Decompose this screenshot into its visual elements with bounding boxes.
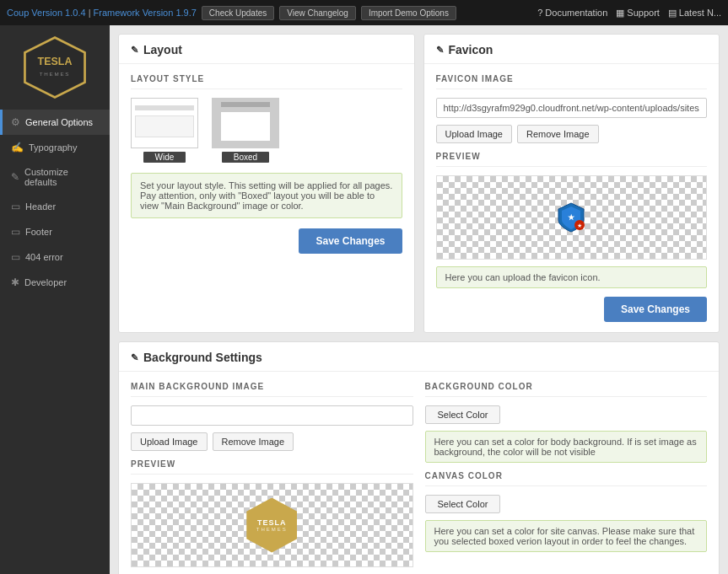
top-panels-row: ✎ Layout LAYOUT STYLE Wide Boxed <box>118 34 720 333</box>
sidebar-item-header[interactable]: ▭ Header <box>0 194 110 219</box>
favicon-btn-group: Upload Image Remove Image <box>436 125 708 143</box>
edit-icon: ✎ <box>131 45 138 56</box>
sidebar-item-label: Typography <box>29 142 77 153</box>
layout-info-box: Set your layout style. This setting will… <box>131 173 402 218</box>
sidebar: TESLA THEMES ⚙ General Options ✍ Typogra… <box>0 25 110 574</box>
sidebar-logo: TESLA THEMES <box>21 34 89 101</box>
bg-right: BACKGROUND COLOR Select Color Here you c… <box>425 382 708 567</box>
main-bg-url-input[interactable] <box>131 405 413 426</box>
bg-select-color-button[interactable]: Select Color <box>425 405 501 424</box>
background-panel-header: ✎ Background Settings <box>119 342 719 372</box>
customize-icon: ✎ <box>11 171 19 183</box>
layout-section-label: LAYOUT STYLE <box>131 74 402 89</box>
layout-thumb-boxed <box>212 98 279 148</box>
main-bg-label: MAIN BACKGROUND IMAGE <box>131 382 413 397</box>
tesla-hex: TESLA THEMES <box>246 498 297 553</box>
tesla-sub: THEMES <box>256 527 288 532</box>
app-layout: TESLA THEMES ⚙ General Options ✍ Typogra… <box>0 25 728 574</box>
favicon-url-input[interactable] <box>436 98 708 118</box>
favicon-preview-box: ★ ★ <box>436 175 708 260</box>
tesla-text: TESLA <box>257 518 287 527</box>
favicon-panel: ✎ Favicon FAVICON IMAGE Upload Image Rem… <box>423 34 720 333</box>
bg-btn-group: Upload Image Remove Image <box>131 432 413 451</box>
typography-icon: ✍ <box>11 142 24 153</box>
brand-text: Coup Version 1.0.4 | Framework Version 1… <box>7 8 197 18</box>
background-panel-title: Background Settings <box>143 351 262 364</box>
top-bar-right: ? Documentation ▦ Support ▤ Latest N... <box>537 8 721 19</box>
check-updates-button[interactable]: Check Updates <box>202 6 274 20</box>
sidebar-item-label: General Options <box>25 117 93 127</box>
sidebar-item-label: Header <box>25 201 56 212</box>
canvas-hint: Here you can set a color for site canvas… <box>425 520 708 552</box>
canvas-select-color-button[interactable]: Select Color <box>425 495 501 513</box>
sidebar-item-general-options[interactable]: ⚙ General Options <box>0 110 110 135</box>
layout-option-wide[interactable]: Wide <box>131 98 198 163</box>
bg-color-label: BACKGROUND COLOR <box>425 382 708 397</box>
sidebar-item-footer[interactable]: ▭ Footer <box>0 219 110 244</box>
background-panel-body: MAIN BACKGROUND IMAGE Upload Image Remov… <box>119 372 719 574</box>
favicon-remove-button[interactable]: Remove Image <box>517 125 599 143</box>
layout-panel-body: LAYOUT STYLE Wide Boxed Set your layout … <box>119 64 414 264</box>
top-bar: Coup Version 1.0.4 | Framework Version 1… <box>0 0 728 25</box>
svg-text:TESLA: TESLA <box>38 56 73 67</box>
canvas-color-label: CANVAS COLOR <box>425 471 708 486</box>
bg-left: MAIN BACKGROUND IMAGE Upload Image Remov… <box>131 382 413 567</box>
developer-icon: ✱ <box>11 276 19 288</box>
favicon-save-button[interactable]: Save Changes <box>604 297 707 322</box>
sidebar-item-label: 404 error <box>25 252 63 262</box>
favicon-hint-box: Here you can upload the favicon icon. <box>436 266 708 288</box>
bg-panels-inner: MAIN BACKGROUND IMAGE Upload Image Remov… <box>131 382 707 567</box>
question-icon: ? <box>537 8 542 18</box>
favicon-icon: ★ ★ <box>555 201 587 233</box>
favicon-edit-icon: ✎ <box>436 45 444 56</box>
layout-option-boxed[interactable]: Boxed <box>212 98 279 163</box>
layout-panel: ✎ Layout LAYOUT STYLE Wide Boxed <box>118 34 415 333</box>
bg-color-hint: Here you can set a color for body backgr… <box>425 431 708 463</box>
bg-remove-button[interactable]: Remove Image <box>213 432 294 451</box>
layout-label-wide: Wide <box>143 152 186 163</box>
favicon-section-label: FAVICON IMAGE <box>436 74 708 89</box>
sidebar-item-label: Customize defaults <box>24 167 101 187</box>
sidebar-item-label: Footer <box>25 227 52 237</box>
sidebar-item-label: Developer <box>24 277 67 287</box>
header-icon: ▭ <box>11 201 20 212</box>
sidebar-item-typography[interactable]: ✍ Typography <box>0 135 110 160</box>
svg-text:THEMES: THEMES <box>40 71 71 77</box>
favicon-panel-header: ✎ Favicon <box>424 35 720 64</box>
footer-icon: ▭ <box>11 226 20 238</box>
svg-text:★: ★ <box>577 223 582 228</box>
layout-label-boxed: Boxed <box>222 152 269 163</box>
tesla-logo-preview: TESLA THEMES <box>246 498 297 553</box>
sidebar-item-developer[interactable]: ✱ Developer <box>0 270 110 295</box>
svg-text:★: ★ <box>568 213 575 222</box>
view-changelog-button[interactable]: View Changelog <box>279 6 356 20</box>
layout-options: Wide Boxed <box>131 98 402 163</box>
favicon-upload-button[interactable]: Upload Image <box>436 125 513 143</box>
support-link[interactable]: ▦ Support <box>616 8 660 19</box>
import-demo-button[interactable]: Import Demo Options <box>361 6 456 20</box>
favicon-preview-label: PREVIEW <box>436 152 708 167</box>
layout-panel-header: ✎ Layout <box>119 35 414 64</box>
layout-thumb-wide <box>131 98 198 148</box>
sidebar-item-404[interactable]: ▭ 404 error <box>0 244 110 270</box>
documentation-link[interactable]: ? Documentation <box>537 8 607 18</box>
layout-panel-title: Layout <box>143 43 182 56</box>
favicon-panel-title: Favicon <box>449 43 493 56</box>
support-icon: ▦ <box>616 8 624 19</box>
error-icon: ▭ <box>11 251 20 263</box>
sidebar-item-customize-defaults[interactable]: ✎ Customize defaults <box>0 160 110 194</box>
background-panel: ✎ Background Settings MAIN BACKGROUND IM… <box>118 341 720 574</box>
gear-icon: ⚙ <box>11 116 20 128</box>
latest-icon: ▤ <box>668 8 677 19</box>
layout-save-button[interactable]: Save Changes <box>299 228 402 254</box>
bg-edit-icon: ✎ <box>131 352 138 363</box>
sidebar-nav: ⚙ General Options ✍ Typography ✎ Customi… <box>0 110 110 295</box>
main-content: ✎ Layout LAYOUT STYLE Wide Boxed <box>110 25 728 574</box>
bg-preview-label: PREVIEW <box>131 459 413 475</box>
latest-link[interactable]: ▤ Latest N... <box>668 8 721 19</box>
favicon-panel-body: FAVICON IMAGE Upload Image Remove Image … <box>424 64 720 332</box>
bg-upload-button[interactable]: Upload Image <box>131 432 208 451</box>
bg-preview-box: TESLA THEMES <box>131 483 413 567</box>
